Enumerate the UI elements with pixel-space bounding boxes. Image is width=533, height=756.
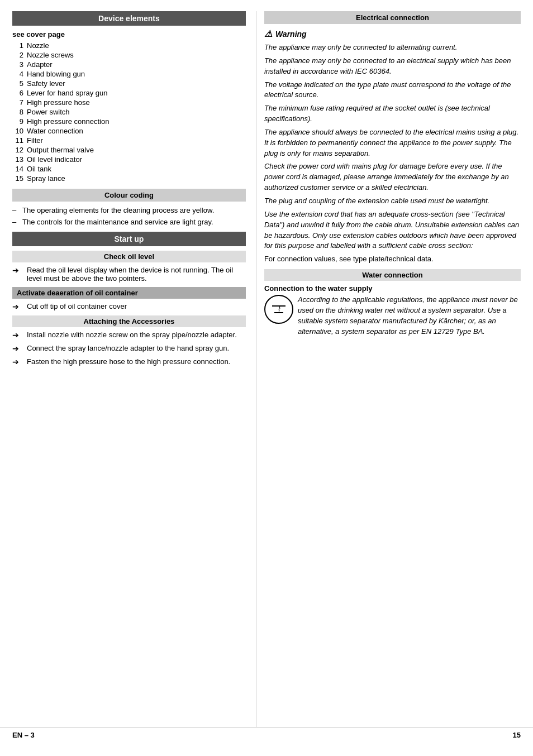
arrow-icon: ➔ bbox=[12, 357, 22, 366]
warning-paragraph: The appliance may only be connected to a… bbox=[264, 56, 521, 77]
warning-title: ⚠ Warning bbox=[264, 28, 521, 39]
device-label: Nozzle screws bbox=[27, 51, 74, 59]
attaching-text: Install nozzle with nozzle screw on the … bbox=[27, 331, 237, 339]
colour-item: –The controls for the maintenance and se… bbox=[12, 218, 246, 226]
activate-item: ➔ Cut off tip of oil container cover bbox=[12, 302, 246, 311]
colour-item: –The operating elements for the cleaning… bbox=[12, 206, 246, 214]
bullet-dash: – bbox=[12, 206, 19, 214]
warning-paragraphs: The appliance may only be connected to a… bbox=[264, 42, 521, 251]
device-label: Oil tank bbox=[27, 165, 51, 173]
device-num: 3 bbox=[12, 60, 23, 69]
warning-icon: ⚠ bbox=[264, 28, 272, 39]
device-list-item: 1Nozzle bbox=[12, 41, 246, 50]
warning-paragraph: The voltage indicated on the type plate … bbox=[264, 80, 521, 101]
device-list-item: 11Filter bbox=[12, 136, 246, 145]
device-num: 6 bbox=[12, 89, 23, 97]
check-oil-header: Check oil level bbox=[12, 251, 246, 262]
device-label: Water connection bbox=[27, 127, 83, 135]
device-list-item: 9High pressure connection bbox=[12, 117, 246, 126]
device-list-item: 12Output thermal valve bbox=[12, 145, 246, 155]
check-oil-item: ➔ Read the oil level display when the de… bbox=[12, 266, 246, 283]
device-label: Output thermal valve bbox=[27, 146, 94, 154]
device-num: 4 bbox=[12, 70, 23, 78]
warning-paragraph: Check the power cord with mains plug for… bbox=[264, 161, 521, 193]
warning-paragraph: Use the extension cord that has an adequ… bbox=[264, 209, 521, 251]
device-list-item: 6Lever for hand spray gun bbox=[12, 88, 246, 98]
footer-left: EN – 3 bbox=[12, 731, 35, 739]
colour-coding-section: –The operating elements for the cleaning… bbox=[12, 206, 246, 226]
device-label: Safety lever bbox=[27, 79, 65, 88]
water-icon-symbol: ⌇ bbox=[264, 295, 293, 324]
arrow-icon: ➔ bbox=[12, 266, 22, 275]
arrow-icon: ➔ bbox=[12, 344, 22, 353]
electrical-header: Electrical connection bbox=[264, 11, 521, 24]
right-column: Electrical connection ⚠ Warning The appl… bbox=[256, 11, 533, 727]
device-list-item: 4Hand blowing gun bbox=[12, 69, 246, 79]
bullet-dash: – bbox=[12, 218, 19, 226]
device-num: 14 bbox=[12, 165, 23, 173]
device-list-item: 10Water connection bbox=[12, 126, 246, 136]
device-label: Lever for hand spray gun bbox=[27, 89, 108, 97]
startup-header: Start up bbox=[12, 232, 246, 246]
water-icon-text: According to the applicable regulations,… bbox=[298, 295, 521, 337]
device-label: Nozzle bbox=[27, 41, 49, 50]
device-list-item: 2Nozzle screws bbox=[12, 50, 246, 60]
device-label: Hand blowing gun bbox=[27, 70, 85, 78]
attaching-item: ➔Install nozzle with nozzle screw on the… bbox=[12, 331, 246, 339]
device-list-item: 13Oil level indicator bbox=[12, 155, 246, 164]
device-num: 12 bbox=[12, 146, 23, 154]
device-num: 2 bbox=[12, 51, 23, 59]
water-zigzag: ⌇ bbox=[272, 307, 285, 312]
device-label: Power switch bbox=[27, 108, 70, 116]
device-num: 10 bbox=[12, 127, 23, 135]
colour-coding-header: Colour coding bbox=[12, 189, 246, 202]
device-num: 7 bbox=[12, 98, 23, 107]
device-list-item: 3Adapter bbox=[12, 60, 246, 69]
warning-paragraph: The appliance should always be connected… bbox=[264, 127, 521, 159]
attaching-text: Connect the spray lance/nozzle adapter t… bbox=[27, 344, 229, 352]
device-num: 15 bbox=[12, 174, 23, 183]
device-elements-header: Device elements bbox=[12, 11, 246, 26]
colour-text: The controls for the maintenance and ser… bbox=[22, 218, 213, 226]
colour-text: The operating elements for the cleaning … bbox=[22, 206, 214, 214]
attaching-list: ➔Install nozzle with nozzle screw on the… bbox=[12, 331, 246, 366]
attaching-item: ➔Fasten the high pressure hose to the hi… bbox=[12, 357, 246, 366]
page-footer: EN – 3 15 bbox=[0, 727, 533, 739]
connection-supply-label: Connection to the water supply bbox=[264, 284, 521, 293]
device-list-item: 8Power switch bbox=[12, 107, 246, 117]
device-list: 1Nozzle2Nozzle screws3Adapter4Hand blowi… bbox=[12, 41, 246, 183]
attaching-text: Fasten the high pressure hose to the hig… bbox=[27, 357, 230, 366]
left-column: Device elements see cover page 1Nozzle2N… bbox=[0, 11, 256, 727]
device-label: Spray lance bbox=[27, 174, 65, 183]
device-num: 8 bbox=[12, 108, 23, 116]
arrow-icon-2: ➔ bbox=[12, 302, 22, 311]
device-num: 1 bbox=[12, 41, 23, 50]
attaching-item: ➔Connect the spray lance/nozzle adapter … bbox=[12, 344, 246, 353]
device-list-item: 15Spray lance bbox=[12, 174, 246, 183]
device-label: Adapter bbox=[27, 60, 53, 69]
activate-text: Cut off tip of oil container cover bbox=[27, 302, 127, 310]
device-label: Oil level indicator bbox=[27, 155, 82, 164]
device-list-item: 14Oil tank bbox=[12, 164, 246, 174]
device-list-item: 5Safety lever bbox=[12, 79, 246, 88]
water-line-2 bbox=[274, 312, 283, 313]
device-num: 5 bbox=[12, 79, 23, 88]
attaching-header: Attaching the Accessories bbox=[12, 315, 246, 327]
page: Device elements see cover page 1Nozzle2N… bbox=[0, 0, 533, 756]
activate-header: Activate deaeration of oil container bbox=[12, 287, 246, 299]
warning-paragraph: The plug and coupling of the extension c… bbox=[264, 196, 521, 207]
device-num: 11 bbox=[12, 136, 23, 145]
water-icon-box: ⌇ According to the applicable regulation… bbox=[264, 295, 521, 339]
device-label: High pressure hose bbox=[27, 98, 90, 107]
footer-right: 15 bbox=[513, 731, 521, 739]
device-num: 9 bbox=[12, 117, 23, 126]
water-header: Water connection bbox=[264, 269, 521, 281]
device-label: High pressure connection bbox=[27, 117, 109, 126]
warning-paragraph: The appliance may only be connected to a… bbox=[264, 42, 521, 53]
see-cover-label: see cover page bbox=[12, 30, 246, 39]
check-oil-text: Read the oil level display when the devi… bbox=[27, 266, 246, 283]
warning-label: Warning bbox=[275, 30, 307, 39]
device-label: Filter bbox=[27, 136, 43, 145]
connection-values-text: For connection values, see type plate/te… bbox=[264, 254, 521, 265]
arrow-icon: ➔ bbox=[12, 331, 22, 339]
